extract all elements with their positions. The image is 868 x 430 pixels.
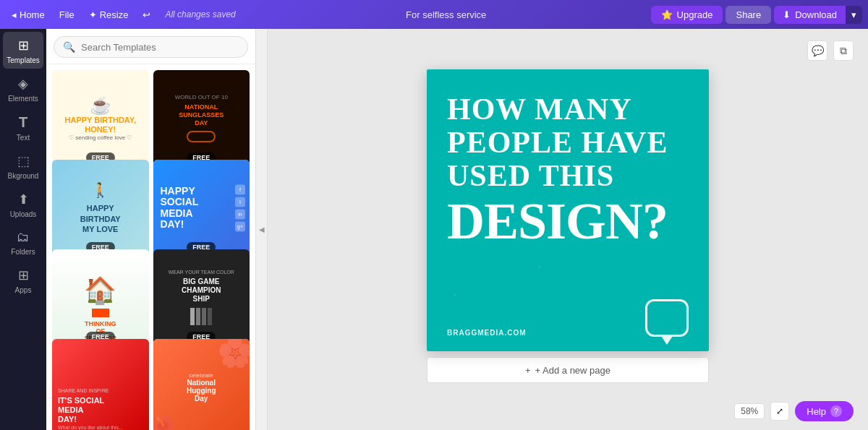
template-card-big-game[interactable]: WEAR YOUR TEAM COLOR BIG GAMECHAMPIONSHI…: [153, 249, 250, 346]
house-icon: 🏠: [84, 275, 116, 306]
design-canvas[interactable]: HOW MANY PEOPLE HAVE USED THIS DESIGN? B…: [427, 69, 709, 351]
card-title: IT'S SOCIALMEDIADAY!: [58, 396, 104, 425]
download-group: ⬇ Download ▾: [774, 6, 862, 24]
collapse-panel-handle[interactable]: ◀: [256, 29, 268, 430]
home-label: Home: [20, 9, 45, 20]
card-smalltext: celebrate: [190, 372, 213, 379]
apps-icon: ⊞: [18, 267, 29, 283]
upgrade-button[interactable]: ⭐ Upgrade: [651, 6, 723, 24]
help-button[interactable]: Help ?: [795, 401, 854, 421]
sidebar-templates-label: Templates: [7, 56, 40, 64]
card-title: NATIONALSUNGLASSESDAY: [179, 103, 224, 126]
download-label: Download: [795, 9, 837, 20]
download-chevron-button[interactable]: ▾: [846, 6, 862, 24]
design-bottom-row: BRAGGMEDIA.COM: [447, 299, 689, 337]
text-icon: T: [19, 114, 27, 131]
design-url: BRAGGMEDIA.COM: [447, 329, 527, 337]
sidebar-item-templates[interactable]: ⊞ Templates: [3, 32, 43, 69]
card-label: WEAR YOUR TEAM COLOR: [169, 270, 234, 275]
file-label: File: [59, 9, 75, 20]
template-card-birthday-honey[interactable]: ☕ HAPPY BIRTHDAY, HONEY! ♡ sending coffe…: [52, 70, 149, 167]
undo-nav-item[interactable]: ↩: [137, 7, 156, 23]
chevron-left-icon: ◂: [12, 9, 17, 20]
sidebar-item-apps[interactable]: ⊞ Apps: [3, 262, 43, 298]
card-smalltext: World Out Of 10: [175, 94, 228, 100]
share-button[interactable]: Share: [726, 6, 771, 24]
resize-label: Resize: [100, 9, 129, 20]
sidebar-text-label: Text: [17, 134, 30, 142]
upgrade-star-icon: ⭐: [661, 9, 673, 20]
saved-status: All changes saved: [159, 7, 241, 22]
card-smalltext: SHARE AND INSPIRE: [58, 388, 109, 393]
search-input[interactable]: [81, 42, 239, 53]
sidebar-uploads-label: Uploads: [10, 210, 37, 218]
left-sidebar: ⊞ Templates ◈ Elements T Text ⬚ Bkground…: [0, 29, 46, 430]
sidebar-background-label: Bkground: [8, 172, 39, 180]
search-bar: 🔍: [46, 29, 255, 64]
help-icon: ?: [830, 405, 842, 417]
card-subtitle: ♡ sending coffee love ♡: [69, 134, 132, 141]
design-line4: DESIGN?: [447, 192, 668, 250]
canvas-area: 💬 ⧉ HOW MANY PEOPLE HAVE USED THIS DESIG…: [268, 29, 868, 430]
design-title: For selfless service: [406, 9, 486, 20]
resize-nav-item[interactable]: ✦ Resize: [83, 7, 135, 23]
copy-icon: ⧉: [840, 45, 847, 57]
card-title: HAPPY BIRTHDAY, HONEY!: [58, 116, 143, 134]
sunglasses-shape: [187, 131, 216, 142]
comment-button[interactable]: 💬: [807, 40, 827, 61]
card-title: BIG GAMECHAMPIONSHIP: [182, 278, 221, 304]
expand-button[interactable]: ⤢: [770, 402, 789, 421]
sidebar-folders-label: Folders: [11, 248, 35, 256]
file-nav-item[interactable]: File: [54, 7, 80, 23]
card-emoji: ☕: [90, 95, 111, 116]
search-wrapper: 🔍: [54, 36, 248, 58]
card-tagline: What do you like about this...: [58, 425, 123, 430]
collapse-icon: ◀: [259, 225, 265, 233]
sidebar-item-elements[interactable]: ◈ Elements: [3, 70, 43, 107]
template-card-social-media-day[interactable]: HAPPYSOCIALMEDIADAY! f t in g+ FREE: [153, 160, 250, 257]
design-line1: HOW MANY: [447, 93, 632, 126]
design-chat-bubble-shape: [645, 299, 689, 337]
uploads-icon: ⬆: [18, 192, 29, 207]
stripes: [190, 308, 212, 325]
template-card-sunglasses[interactable]: World Out Of 10 NATIONALSUNGLASSESDAY FR…: [153, 70, 250, 167]
template-card-bday-love[interactable]: 🚶 HAPPYBIRTHDAYMY LOVE FREE: [52, 160, 149, 257]
add-page-button[interactable]: + + Add a new page: [427, 357, 709, 383]
add-icon: +: [525, 365, 531, 376]
expand-icon: ⤢: [776, 406, 783, 416]
home-nav-item[interactable]: ◂ Home: [6, 7, 51, 23]
bottom-bar: 58% ⤢ Help ?: [734, 401, 854, 421]
share-label: Share: [736, 9, 761, 20]
zoom-level[interactable]: 58%: [734, 403, 765, 419]
templates-icon: ⊞: [18, 38, 29, 53]
canvas-toolbar: 💬 ⧉: [807, 40, 854, 61]
template-card-national-hugging[interactable]: 🌸 🌺 celebrate NationalHuggingDay: [153, 339, 250, 430]
search-icon: 🔍: [63, 41, 75, 53]
sold-sign: [92, 309, 109, 317]
add-page-label: + Add a new page: [535, 365, 610, 376]
elements-icon: ◈: [18, 76, 28, 92]
help-label: Help: [807, 406, 826, 417]
bday-person: 🚶: [91, 181, 109, 199]
sidebar-item-uploads[interactable]: ⬆ Uploads: [3, 186, 43, 223]
sidebar-elements-label: Elements: [8, 95, 38, 103]
copy-button[interactable]: ⧉: [833, 40, 854, 61]
comment-icon: 💬: [812, 45, 824, 56]
template-card-thinking-selling[interactable]: 🏠 THINKINGOFSELLING? FREE: [52, 249, 149, 346]
templates-grid: ☕ HAPPY BIRTHDAY, HONEY! ♡ sending coffe…: [46, 64, 255, 430]
design-line3: USED THIS: [447, 159, 614, 192]
upgrade-label: Upgrade: [677, 9, 713, 20]
card-title: HAPPYBIRTHDAYMY LOVE: [80, 203, 121, 234]
instagram-mini-icon: in: [235, 209, 245, 219]
sidebar-item-folders[interactable]: 🗂 Folders: [3, 224, 43, 260]
download-button[interactable]: ⬇ Download: [774, 6, 846, 24]
gplus-mini-icon: g+: [235, 221, 245, 231]
top-nav: ◂ Home File ✦ Resize ↩ All changes saved…: [0, 0, 868, 29]
facebook-mini-icon: f: [235, 184, 245, 194]
templates-panel: 🔍 ☕ HAPPY BIRTHDAY, HONEY! ♡ sending cof…: [46, 29, 256, 430]
card-title: HAPPYSOCIALMEDIADAY!: [161, 186, 199, 231]
sidebar-item-background[interactable]: ⬚ Bkground: [3, 147, 43, 184]
template-card-social-media-day2[interactable]: SHARE AND INSPIRE IT'S SOCIALMEDIADAY! W…: [52, 339, 149, 430]
sidebar-item-text[interactable]: T Text: [3, 108, 43, 146]
undo-icon: ↩: [142, 9, 150, 20]
